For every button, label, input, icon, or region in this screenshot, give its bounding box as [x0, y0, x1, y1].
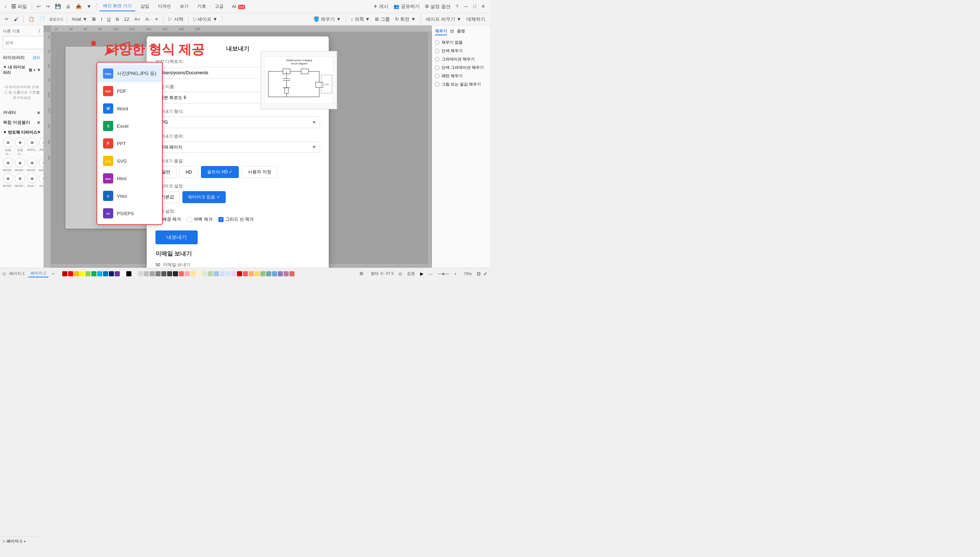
fill-option-none[interactable]: 채우기 없음: [435, 38, 487, 47]
zoom-slider[interactable]: —●—: [438, 271, 449, 276]
device-item-9[interactable]: ⊕ MOSF...: [3, 173, 13, 187]
quality-hd[interactable]: HD: [179, 166, 198, 178]
fill-option-solid-gradient[interactable]: 단색 그라데이션 채우기: [435, 64, 487, 72]
color-swatch[interactable]: [260, 271, 265, 276]
color-swatch[interactable]: [266, 271, 271, 276]
help-btn[interactable]: ?: [454, 3, 460, 10]
clipboard-btn[interactable]: 📋: [26, 16, 36, 23]
tab-fill[interactable]: 채우기: [435, 28, 447, 35]
color-swatch[interactable]: [225, 271, 230, 276]
dropdown-btn[interactable]: ▼: [85, 3, 93, 10]
checkbox-grid[interactable]: ✓: [218, 217, 223, 222]
print-btn[interactable]: 🖨: [64, 3, 72, 10]
color-swatch[interactable]: [254, 271, 260, 276]
color-swatch[interactable]: [173, 271, 178, 276]
fill-option-pattern[interactable]: 패턴 채우기: [435, 72, 487, 80]
close-btn[interactable]: ✕: [479, 3, 487, 10]
tab-shadow[interactable]: 음영: [457, 28, 465, 35]
menu-btn[interactable]: ☰ 파일: [10, 3, 29, 11]
color-swatch[interactable]: [86, 271, 91, 276]
color-swatch[interactable]: [144, 271, 149, 276]
color-swatch[interactable]: [249, 271, 254, 276]
color-swatch[interactable]: [103, 271, 108, 276]
color-swatch[interactable]: [138, 271, 143, 276]
group-btn[interactable]: ⊞ 그룹: [373, 15, 392, 23]
color-swatch[interactable]: [278, 271, 283, 276]
format-item-html[interactable]: Html Html: [97, 169, 162, 187]
color-swatch[interactable]: [68, 271, 73, 276]
fit-icon[interactable]: ⊡: [477, 271, 480, 276]
undo-btn[interactable]: ↩: [35, 3, 42, 10]
color-swatch[interactable]: [155, 271, 161, 276]
menu-symbol[interactable]: 기호: [194, 2, 210, 11]
color-swatch[interactable]: [185, 271, 190, 276]
menu-ai[interactable]: AI hot: [229, 3, 249, 11]
format-item-ps[interactable]: PS PS/EPS: [97, 205, 162, 222]
redo-btn[interactable]: ↪: [44, 3, 52, 10]
page-tab-bottom[interactable]: 페이지-1: [7, 270, 27, 277]
publish-btn[interactable]: ✈ 게시: [372, 3, 390, 11]
menu-design[interactable]: 디자인: [155, 2, 175, 11]
save-btn[interactable]: 💾: [53, 3, 63, 10]
device-item-3[interactable]: ⊕ JFET(...: [27, 137, 37, 156]
assembly-close[interactable]: ✕: [37, 120, 41, 125]
paste-btn[interactable]: 📄: [37, 16, 47, 23]
bold-btn[interactable]: B: [91, 16, 98, 23]
add-page-bottom[interactable]: +: [50, 271, 57, 277]
color-swatch[interactable]: [179, 271, 184, 276]
connector-close[interactable]: ✕: [37, 110, 41, 116]
checkbox-grid-label[interactable]: ✓ 그리드 선 제거: [218, 216, 254, 222]
menu-main[interactable]: 메인 화면 가기: [99, 2, 135, 11]
share-btn[interactable]: 👥 공유하기: [392, 3, 422, 11]
checkbox-margin-label[interactable]: 여백 제거: [187, 216, 212, 222]
minimize-btn[interactable]: —: [462, 3, 470, 10]
color-swatch[interactable]: [126, 271, 132, 276]
color-swatch[interactable]: [208, 271, 213, 276]
color-swatch[interactable]: [120, 271, 125, 276]
align-btn[interactable]: ≡: [153, 16, 160, 23]
device-item-10[interactable]: ⊕ MOSF...: [15, 173, 26, 187]
format-item-png[interactable]: PNG 사진(PNG,JPG 등): [97, 65, 162, 82]
shape-edit-btn[interactable]: 세이프 바꾸기 ▼: [424, 15, 463, 23]
color-swatch[interactable]: [290, 271, 295, 276]
select-btn[interactable]: ▷ 서택: [166, 15, 185, 23]
italic-btn[interactable]: I: [99, 16, 104, 23]
format-item-word[interactable]: W Word: [97, 100, 162, 117]
range-select[interactable]: 현재 페이지 전체 페이지: [155, 141, 320, 153]
device-item-11[interactable]: ⊕ Gual ...: [27, 173, 37, 187]
color-swatch[interactable]: [161, 271, 166, 276]
color-swatch[interactable]: [237, 271, 242, 276]
quality-custom[interactable]: 사용자 지정: [242, 166, 277, 178]
color-swatch[interactable]: [202, 271, 207, 276]
play-icon[interactable]: ▶: [420, 271, 423, 276]
maximize-btn[interactable]: □: [471, 3, 478, 10]
zoom-out-btn[interactable]: —: [426, 271, 435, 277]
tab-line[interactable]: 선: [450, 28, 454, 35]
menu-view[interactable]: 보기: [176, 2, 192, 11]
color-swatch[interactable]: [91, 271, 96, 276]
color-swatch[interactable]: [74, 271, 79, 276]
replace-btn[interactable]: 대체하기: [464, 15, 487, 23]
email-row[interactable]: ✉ 이메일 보내기: [155, 261, 320, 267]
color-swatch[interactable]: [220, 271, 225, 276]
back-btn[interactable]: ‹: [3, 3, 8, 10]
search-input[interactable]: [3, 36, 44, 49]
font-selector[interactable]: Arial ▼: [70, 16, 89, 23]
color-swatch[interactable]: [214, 271, 219, 276]
format-item-visio[interactable]: V Visio: [97, 187, 162, 205]
font-decrease-btn[interactable]: A-: [143, 16, 152, 23]
export-execute-btn[interactable]: 내보내기: [155, 230, 198, 244]
page-btn[interactable]: □ 세이프 ▼: [192, 15, 220, 23]
font-size-btn[interactable]: 12: [122, 16, 131, 23]
underline-btn[interactable]: U: [106, 16, 112, 23]
format-item-svg[interactable]: SVG SVG: [97, 152, 162, 169]
font-increase-btn[interactable]: A+: [132, 16, 142, 23]
page-tab-active[interactable]: 페이지-1: [28, 270, 49, 277]
format-item-excel[interactable]: X Excel: [97, 117, 162, 135]
menu-advanced[interactable]: 고급: [211, 2, 227, 11]
color-swatch[interactable]: [272, 271, 277, 276]
color-swatch[interactable]: [62, 271, 67, 276]
position-btn[interactable]: ↕ 외쪽 ▼: [349, 15, 372, 23]
device-item-7[interactable]: ⊕ MOSF...: [27, 158, 37, 172]
watermark-none[interactable]: 워터마크 없음 ✓: [182, 191, 226, 203]
